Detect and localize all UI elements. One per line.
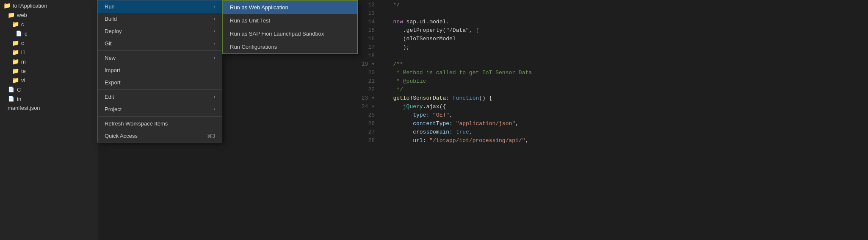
sidebar-item-web[interactable]: 📁 web	[0, 10, 97, 20]
line-num-27: 27	[358, 128, 375, 137]
sidebar-item-c1[interactable]: 📁 c	[0, 20, 97, 29]
menu-item-quickaccess-label: Quick Access	[105, 133, 138, 139]
sidebar-item-label: IoTApplication	[13, 3, 47, 9]
line-num-22: 22	[358, 86, 375, 94]
arrow-icon: ›	[214, 41, 215, 46]
sidebar-item-C[interactable]: 📄 C	[0, 85, 97, 94]
arrow-icon: ›	[214, 4, 215, 9]
sidebar: 📁 IoTApplication 📁 web 📁 c 📄 c 📁 c 📁 i1 …	[0, 0, 97, 240]
code-line-19: /**	[383, 60, 868, 69]
code-line-17: );	[383, 43, 868, 52]
submenu: Run as Web Application Run as Unit Test …	[222, 0, 358, 54]
folder-icon: 📁	[12, 77, 19, 84]
menu-item-edit[interactable]: Edit ›	[98, 91, 222, 103]
folder-ref-icon: 📁	[12, 58, 19, 65]
file-icon: 📄	[8, 95, 14, 102]
menu-item-git[interactable]: Git ›	[98, 37, 222, 50]
menu-item-run[interactable]: Run ›	[98, 0, 222, 13]
folder-icon: 📁	[3, 2, 10, 9]
context-menu: Run › Build › Deploy › Git › New › Impor…	[97, 0, 222, 142]
folder-ref-icon: 📁	[12, 49, 19, 56]
sidebar-item-label: web	[17, 12, 27, 18]
sidebar-item-label: m	[21, 59, 26, 65]
sidebar-item-manifest[interactable]: manifest.json	[0, 103, 97, 112]
submenu-item-label: Run as Web Application	[230, 4, 288, 11]
line-num-17: 17	[358, 43, 375, 52]
sidebar-item-i1[interactable]: 📁 i1	[0, 47, 97, 57]
sidebar-item-file1[interactable]: 📄 c	[0, 29, 97, 38]
menu-separator-2	[98, 89, 222, 90]
code-content: */ new sap.ui.model. .getProperty("/Data…	[379, 0, 868, 240]
sidebar-item-label: i1	[21, 49, 25, 56]
code-line-14: new sap.ui.model.	[383, 18, 868, 26]
line-num-21: 21	[358, 77, 375, 86]
menu-item-refresh-label: Refresh Workspace Items	[105, 120, 168, 127]
line-num-26: 26	[358, 120, 375, 128]
code-line-25: type: "GET",	[383, 111, 868, 120]
menu-item-build[interactable]: Build ›	[98, 13, 222, 25]
submenu-item-label: Run as Unit Test	[230, 17, 270, 24]
line-num-23: 23 ▾	[358, 94, 375, 103]
sidebar-item-label: in	[17, 96, 21, 102]
line-num-16: 16	[358, 35, 375, 43]
menu-item-project[interactable]: Project ›	[98, 103, 222, 115]
code-line-15: .getProperty("/Data", [	[383, 26, 868, 35]
menu-item-run-label: Run	[105, 3, 115, 10]
menu-separator-3	[98, 116, 222, 117]
menu-item-project-label: Project	[105, 106, 122, 112]
submenu-item-run-unit-test[interactable]: Run as Unit Test	[223, 14, 357, 27]
editor-area: 12 13 14 15 16 17 18 19 ▾ 20 21 22 23 ▾ …	[358, 0, 868, 240]
sidebar-item-m[interactable]: 📁 m	[0, 57, 97, 66]
line-num-25: 25	[358, 111, 375, 120]
sidebar-item-iotapplication[interactable]: 📁 IoTApplication	[0, 1, 97, 10]
shortcut-label: ⌘3	[207, 133, 215, 139]
code-line-27: crossDomain: true,	[383, 128, 868, 137]
sidebar-item-label: C	[17, 87, 21, 93]
submenu-item-run-web[interactable]: Run as Web Application	[223, 1, 357, 14]
code-line-21: * @public	[383, 77, 868, 86]
menu-item-deploy-label: Deploy	[105, 28, 122, 34]
sidebar-item-in[interactable]: 📄 in	[0, 94, 97, 103]
arrow-icon: ›	[214, 95, 215, 99]
arrow-icon: ›	[214, 107, 215, 112]
file-icon: 📄	[15, 30, 22, 37]
code-line-18	[383, 52, 868, 60]
code-line-16: (oIoTSensorModel	[383, 35, 868, 43]
submenu-item-run-fiori[interactable]: Run as SAP Fiori Launchpad Sandbox	[223, 27, 357, 40]
submenu-item-run-configs[interactable]: Run Configurations	[223, 40, 357, 53]
line-num-24: 24 ▾	[358, 103, 375, 111]
main-area: Run › Build › Deploy › Git › New › Impor…	[97, 0, 868, 240]
code-line-13	[383, 9, 868, 18]
menu-item-new-label: New	[105, 55, 116, 61]
sidebar-item-label: c	[21, 21, 24, 28]
line-num-28: 28	[358, 137, 375, 145]
line-num-15: 15	[358, 26, 375, 35]
sidebar-item-te[interactable]: 📁 te	[0, 66, 97, 75]
folder-icon: 📁	[8, 11, 14, 18]
folder-icon: 📁	[12, 21, 19, 28]
menu-item-export[interactable]: Export	[98, 76, 222, 89]
line-num-19: 19 ▾	[358, 60, 375, 69]
sidebar-item-label: manifest.json	[8, 105, 40, 111]
code-line-24: jQuery.ajax({	[383, 103, 868, 111]
submenu-item-label: Run Configurations	[230, 44, 277, 50]
menu-item-quickaccess[interactable]: Quick Access ⌘3	[98, 130, 222, 142]
sidebar-item-vi[interactable]: 📁 vi	[0, 75, 97, 85]
code-line-20: * Method is called to get IoT Sensor Dat…	[383, 69, 868, 77]
sidebar-item-label: c	[25, 31, 28, 37]
submenu-item-label: Run as SAP Fiori Launchpad Sandbox	[230, 31, 324, 37]
code-line-12: */	[383, 1, 868, 9]
menu-item-deploy[interactable]: Deploy ›	[98, 25, 222, 37]
sidebar-item-c2[interactable]: 📁 c	[0, 38, 97, 47]
menu-item-refresh[interactable]: Refresh Workspace Items	[98, 117, 222, 130]
code-line-26: contentType: "application/json",	[383, 120, 868, 128]
menu-separator	[98, 50, 222, 51]
file-icon: 📄	[8, 86, 14, 93]
menu-item-new[interactable]: New ›	[98, 52, 222, 64]
menu-item-export-label: Export	[105, 79, 121, 86]
menu-item-import[interactable]: Import	[98, 64, 222, 76]
sidebar-item-label: te	[21, 68, 26, 74]
folder-ref-icon: 📁	[12, 39, 19, 46]
menu-item-build-label: Build	[105, 16, 117, 22]
arrow-icon: ›	[214, 56, 215, 60]
